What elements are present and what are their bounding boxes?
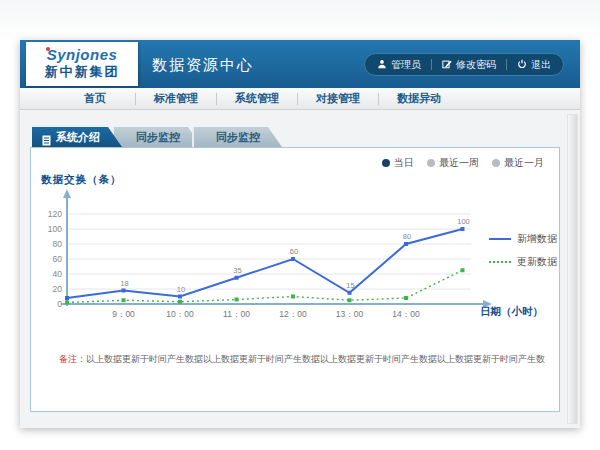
svg-text:18: 18 bbox=[120, 279, 128, 288]
tab-sync-monitor-1[interactable]: 同步监控 bbox=[112, 127, 202, 147]
svg-text:11：00: 11：00 bbox=[223, 309, 250, 319]
user-icon bbox=[377, 59, 387, 71]
x-axis-title: 日期（小时） bbox=[480, 305, 543, 319]
nav-item-standard-mgmt[interactable]: 标准管理 bbox=[136, 91, 216, 106]
admin-button[interactable]: 管理员 bbox=[377, 58, 421, 72]
change-password-button[interactable]: 修改密码 bbox=[442, 58, 496, 72]
divider bbox=[506, 59, 507, 70]
radio-last-week[interactable]: 最近一周 bbox=[427, 156, 479, 170]
svg-text:12：00: 12：00 bbox=[279, 309, 307, 319]
svg-text:80: 80 bbox=[403, 232, 411, 241]
nav-item-data-change[interactable]: 数据异动 bbox=[379, 91, 459, 106]
green-dotted-line-sample bbox=[489, 261, 511, 263]
svg-text:10：00: 10：00 bbox=[166, 309, 194, 319]
logo-text-cn: 新中新集团 bbox=[26, 63, 138, 80]
svg-text:10: 10 bbox=[177, 285, 185, 294]
svg-text:60: 60 bbox=[290, 247, 298, 256]
app-title: 数据资源中心 bbox=[152, 56, 254, 75]
svg-text:100: 100 bbox=[457, 217, 470, 226]
nav-item-system-mgmt[interactable]: 系统管理 bbox=[217, 91, 297, 106]
edit-icon bbox=[442, 59, 452, 71]
svg-text:100: 100 bbox=[48, 224, 62, 234]
nav-item-home[interactable]: 首页 bbox=[55, 91, 135, 106]
radio-today[interactable]: 当日 bbox=[382, 156, 414, 170]
footnote: 备注：以上数据更新于时间产生数据以上数据更新于时间产生数据以上数据更新于时间产生… bbox=[59, 353, 545, 366]
document-icon bbox=[42, 132, 51, 143]
nav-item-interface-mgmt[interactable]: 对接管理 bbox=[298, 91, 378, 106]
logout-button[interactable]: 退出 bbox=[517, 58, 551, 72]
svg-text:120: 120 bbox=[48, 209, 62, 219]
chart-card: 当日 最近一周 最近一月 数据交换（条） 0204060801001209：00… bbox=[30, 147, 560, 412]
svg-text:9：00: 9：00 bbox=[112, 309, 135, 319]
power-icon bbox=[517, 59, 527, 71]
svg-text:40: 40 bbox=[53, 269, 63, 279]
svg-text:80: 80 bbox=[53, 239, 63, 249]
svg-text:60: 60 bbox=[53, 254, 63, 264]
app-header: Synjones 新中新集团 数据资源中心 管理员 修改密码 bbox=[20, 40, 580, 88]
legend-item-updated-data: 更新数据 bbox=[489, 255, 557, 269]
legend-item-new-data: 新增数据 bbox=[489, 232, 557, 246]
time-range-radios: 当日 最近一周 最近一月 bbox=[382, 156, 544, 170]
chart-legend: 新增数据 更新数据 bbox=[489, 232, 557, 269]
radio-last-month[interactable]: 最近一月 bbox=[492, 156, 544, 170]
svg-text:35: 35 bbox=[233, 266, 241, 275]
svg-text:20: 20 bbox=[53, 284, 63, 294]
vertical-scrollbar[interactable] bbox=[567, 114, 578, 424]
logo-text-en: Synjones bbox=[26, 47, 138, 63]
user-menu: 管理员 修改密码 退出 bbox=[364, 53, 564, 76]
svg-text:14：00: 14：00 bbox=[392, 309, 420, 319]
browser-page: Synjones 新中新集团 数据资源中心 管理员 修改密码 bbox=[20, 40, 580, 428]
radio-dot bbox=[382, 159, 390, 167]
blue-line-sample bbox=[489, 238, 511, 240]
logo[interactable]: Synjones 新中新集团 bbox=[26, 42, 138, 86]
divider bbox=[431, 59, 432, 70]
tab-system-intro[interactable]: 系统介绍 bbox=[32, 127, 122, 147]
svg-text:15: 15 bbox=[346, 281, 354, 290]
radio-dot bbox=[427, 159, 435, 167]
radio-dot bbox=[492, 159, 500, 167]
main-nav: 首页 标准管理 系统管理 对接管理 数据异动 bbox=[20, 88, 580, 110]
svg-text:13：00: 13：00 bbox=[336, 309, 364, 319]
footnote-prefix: 备注： bbox=[59, 354, 86, 364]
tab-sync-monitor-2[interactable]: 同步监控 bbox=[192, 127, 282, 147]
content-area: 系统介绍 同步监控 同步监控 当日 最近一周 最近一月 数据交换 bbox=[20, 110, 580, 428]
logo-red-dot bbox=[46, 47, 50, 51]
tab-bar: 系统介绍 同步监控 同步监控 bbox=[32, 127, 282, 147]
